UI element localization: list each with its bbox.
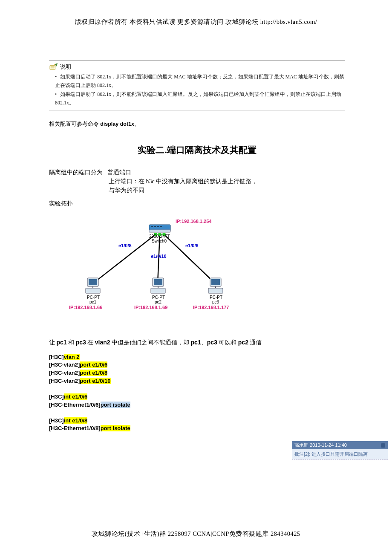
topology-title: 实验拓扑 — [49, 200, 345, 208]
port-e6: e1/0/6 — [185, 243, 199, 248]
intro-l3: 与华为的不同 — [109, 186, 144, 195]
comment-body: 批注[2]: 进入接口只需开启端口隔离 — [292, 449, 388, 460]
cli-line: [H3C-vlan2]port e1/0/8 — [49, 369, 345, 377]
page-header: 版权归原作者所有 本资料只供试读 更多资源请访问 攻城狮论坛 http://bb… — [0, 0, 392, 26]
note-item: 如果端口启动了 802.1x，则不能配置该端口的最大 MAC 地址学习个数；反之… — [55, 72, 345, 90]
req-t: 中但是他们之间不能通信，却 — [110, 339, 191, 346]
svg-rect-28 — [211, 279, 220, 285]
intro-text: 隔离组中的端口分为 普通端口 上行端口：在 h3c 中没有加入隔离组的默认是上行… — [49, 168, 345, 195]
cli-prompt: [H3C-vlan2] — [49, 370, 80, 376]
cli-prompt: [H3C] — [49, 417, 64, 424]
intro-l2: 上行端口：在 h3c 中没有加入隔离组的默认是上行链路， — [109, 177, 257, 186]
req-b: pc3 — [76, 339, 86, 346]
svg-rect-21 — [86, 288, 100, 293]
pc-icon — [206, 277, 225, 295]
port-e10: e1/0/10 — [151, 254, 167, 259]
switch-name: Switch0 — [152, 239, 167, 243]
pc2-name: pc2 — [155, 300, 161, 304]
cli-block-3: [H3C]int e1/0/8 [H3C-Ethernet1/0/8]port … — [49, 417, 345, 433]
svg-rect-14 — [149, 230, 170, 232]
pc1-ip: IP:192.168.1.66 — [69, 305, 102, 310]
req-b: pc2 — [238, 339, 248, 346]
cli-prompt: [H3C] — [49, 393, 64, 400]
ref-prefix: 相关配置可参考命令 — [49, 121, 100, 127]
note-item: 如果端口启动了 802.1x，则不能配置该端口加入汇聚组。反之，如果该端口已经加… — [55, 90, 345, 107]
req-t: 可以和 — [217, 339, 238, 346]
cli-line: [H3C-Ethernet1/0/8]port isolate — [49, 425, 345, 433]
cli-prompt: [H3C-Ethernet1/0/8] — [49, 425, 101, 431]
svg-rect-25 — [151, 288, 165, 293]
svg-rect-0 — [50, 65, 55, 69]
cli-prompt: [H3C] — [49, 354, 64, 360]
cli-cmd: port isolate — [101, 402, 130, 408]
cli-cmd: int e1/0/6 — [64, 393, 88, 400]
reference-line: 相关配置可参考命令 display dot1x。 — [49, 121, 345, 128]
pc2 — [148, 277, 168, 296]
port-e8: e1/0/8 — [118, 243, 132, 248]
pc2-type: PC-PT — [152, 295, 165, 300]
switch-ip-label: IP:192.168.1.254 — [176, 219, 211, 224]
svg-line-4 — [93, 234, 156, 283]
req-b: pc1 — [57, 339, 67, 346]
req-b: pc3 — [207, 339, 217, 346]
cli-cmd: port isolate — [101, 425, 130, 431]
cli-line: [H3C-vlan2]port e1/0/6 — [49, 361, 345, 369]
comment-head: 高承旺 2010-11-24 11:40 — [292, 441, 388, 449]
page-footer: 攻城狮论坛(技术+生活)群 2258097 CCNA|CCNP免费答疑题库 28… — [0, 530, 392, 538]
comment-connector — [128, 447, 296, 447]
svg-rect-15 — [151, 226, 153, 227]
experiment-title: 实验二.端口隔离技术及其配置 — [49, 144, 345, 156]
comment-author: 高承旺 2010-11-24 11:40 — [294, 442, 347, 448]
cli-prompt: [H3C-Ethernet1/0/6] — [49, 402, 101, 408]
cli-line: [H3C]int e1/0/6 — [49, 393, 345, 401]
delete-icon[interactable] — [381, 443, 385, 448]
cli-cmd: port e1/0/6 — [80, 361, 107, 368]
note-label: 说明 — [60, 64, 71, 71]
requirement-text: 让 pc1 和 pc3 在 vlan2 中但是他们之间不能通信，却 pc1、pc… — [49, 339, 345, 347]
note-icon — [49, 63, 58, 71]
pc3 — [206, 277, 225, 296]
svg-rect-20 — [89, 279, 97, 285]
cli-line: [H3C]vlan 2 — [49, 353, 345, 361]
req-t: 、 — [201, 339, 207, 346]
intro-l1-post: 普通端口 — [107, 169, 131, 176]
cli-prompt: [H3C-vlan2] — [49, 361, 80, 368]
pc1 — [83, 277, 103, 296]
pc3-ip: IP:192.168.1.177 — [193, 305, 229, 310]
pc3-name: pc3 — [212, 300, 219, 304]
pc2-ip: IP:192.168.1.69 — [134, 305, 167, 310]
pc1-type: PC-PT — [87, 295, 100, 300]
note-box: 说明 如果端口启动了 802.1x，则不能配置该端口的最大 MAC 地址学习个数… — [49, 60, 345, 110]
pc-icon — [83, 277, 103, 295]
switch-icon — [148, 222, 172, 235]
intro-l1-pre: 隔离组中的端口分为 — [49, 169, 103, 176]
switch-model: 2950-24TT — [149, 234, 170, 239]
svg-rect-29 — [208, 288, 223, 293]
ref-suffix: 。 — [134, 121, 140, 127]
cli-block-2: [H3C]int e1/0/6 [H3C-Ethernet1/0/6]port … — [49, 393, 345, 409]
svg-rect-17 — [157, 226, 159, 227]
pc1-name: pc1 — [89, 300, 96, 304]
cli-line: [H3C]int e1/0/8 — [49, 417, 345, 425]
pc3-type: PC-PT — [210, 295, 222, 300]
req-t: 通信 — [248, 339, 262, 346]
topology-diagram: IP:192.168.1.254 2950-24TT Switch0 e1/0/… — [72, 211, 260, 313]
note-head: 说明 — [49, 63, 345, 71]
cli-line: [H3C-Ethernet1/0/6]port isolate — [49, 401, 345, 409]
page-content: 说明 如果端口启动了 802.1x，则不能配置该端口的最大 MAC 地址学习个数… — [0, 26, 392, 433]
svg-rect-24 — [154, 279, 162, 285]
comment-box[interactable]: 高承旺 2010-11-24 11:40 批注[2]: 进入接口只需开启端口隔离 — [292, 441, 388, 460]
cli-line: [H3C-vlan2]port e1/0/10 — [49, 377, 345, 385]
cli-cmd: vlan 2 — [64, 354, 80, 360]
cli-cmd: int e1/0/8 — [64, 417, 88, 424]
pc-icon — [148, 277, 168, 295]
cli-cmd: port e1/0/8 — [80, 370, 107, 376]
ref-cmd: display dot1x — [100, 121, 134, 127]
svg-rect-16 — [154, 226, 156, 227]
note-list: 如果端口启动了 802.1x，则不能配置该端口的最大 MAC 地址学习个数；反之… — [49, 72, 345, 107]
cli-block-1: [H3C]vlan 2 [H3C-vlan2]port e1/0/6 [H3C-… — [49, 353, 345, 385]
svg-rect-18 — [160, 226, 162, 227]
req-b: vlan2 — [95, 339, 110, 346]
req-t: 和 — [67, 339, 76, 346]
req-t: 让 — [49, 339, 57, 346]
